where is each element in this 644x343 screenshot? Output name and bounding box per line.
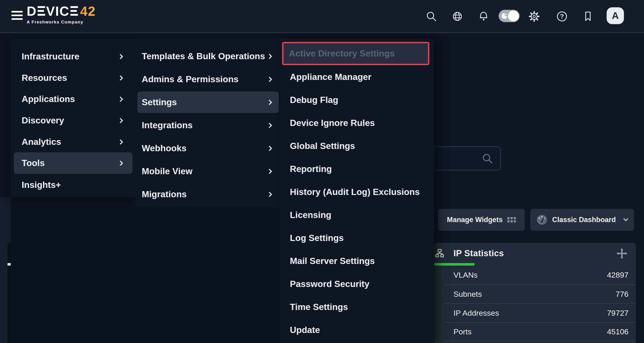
menu-item-active-directory-settings[interactable]: Active Directory Settings xyxy=(282,42,429,65)
table-row: VLANs 42897 xyxy=(444,266,636,285)
notifications-button[interactable] xyxy=(478,11,489,22)
menu-item-label: Global Settings xyxy=(290,141,355,151)
menu-item-label: Time Settings xyxy=(290,302,348,312)
widget-icon-strip xyxy=(434,243,444,343)
top-navigation-bar: D VIC 42 A Freshworks Company xyxy=(0,0,644,33)
menu-item-discovery[interactable]: Discovery xyxy=(11,110,136,131)
menu-item-label: Active Directory Settings xyxy=(289,48,395,58)
question-mark-icon: ? xyxy=(556,11,568,22)
menu-item-history-audit-log-exclusions[interactable]: History (Audit Log) Exclusions xyxy=(280,181,434,203)
menu-item-settings[interactable]: Settings xyxy=(138,91,279,113)
language-globe-button[interactable] xyxy=(452,11,463,22)
brand-tagline: A Freshworks Company xyxy=(27,19,96,24)
user-avatar[interactable]: A xyxy=(607,7,624,24)
menu-item-admins-permissions[interactable]: Admins & Permissions xyxy=(136,68,280,90)
brand-wordmark: D VIC 42 xyxy=(27,4,96,18)
manage-widgets-label: Manage Widgets xyxy=(447,216,502,224)
menu-item-reporting[interactable]: Reporting xyxy=(280,158,434,180)
dashboard-selector-button[interactable]: Classic Dashboard xyxy=(530,209,634,231)
menu-item-label: Webhooks xyxy=(142,143,186,153)
row-value: 776 xyxy=(616,290,628,299)
menu-item-device-ignore-rules[interactable]: Device Ignore Rules xyxy=(280,112,434,134)
menu-item-mobile-view[interactable]: Mobile View xyxy=(136,161,280,182)
menu-item-label: Debug Flag xyxy=(290,95,338,105)
menu-item-label: Applications xyxy=(22,94,75,104)
sitemap-icon xyxy=(435,249,444,258)
menu-item-licensing[interactable]: Licensing xyxy=(280,204,434,226)
dashboard-selector-label: Classic Dashboard xyxy=(552,216,616,224)
menu-item-label: Infrastructure xyxy=(22,51,80,61)
dark-mode-toggle[interactable] xyxy=(498,10,520,22)
manage-widgets-button[interactable]: Manage Widgets xyxy=(438,209,525,231)
menu-item-label: Device Ignore Rules xyxy=(290,118,375,128)
menu-item-mail-server-settings[interactable]: Mail Server Settings xyxy=(280,250,434,272)
moon-icon xyxy=(500,12,508,20)
chevron-right-icon xyxy=(118,118,123,123)
menu-item-label: Update xyxy=(290,325,320,335)
menu-item-infrastructure[interactable]: Infrastructure xyxy=(11,46,136,67)
menu-item-appliance-manager[interactable]: Appliance Manager xyxy=(280,66,434,88)
menu-item-label: Integrations xyxy=(142,120,192,130)
menu-item-password-security[interactable]: Password Security xyxy=(280,273,434,295)
bookmarks-button[interactable] xyxy=(582,11,594,22)
search-icon xyxy=(426,11,437,22)
row-value: 42897 xyxy=(607,271,628,280)
menu-item-integrations[interactable]: Integrations xyxy=(136,115,280,136)
menu-item-label: Mobile View xyxy=(142,166,192,176)
hamburger-menu-icon[interactable] xyxy=(12,11,24,21)
table-row: Subnets 776 xyxy=(444,285,636,303)
chevron-right-icon xyxy=(266,169,272,174)
chevron-down-icon xyxy=(623,216,628,222)
menu-item-label: Settings xyxy=(142,97,177,107)
menu-level2-panel: Templates & Bulk Operations Admins & Per… xyxy=(136,39,280,207)
settings-gear-button[interactable] xyxy=(528,11,540,22)
chevron-right-icon xyxy=(266,76,272,82)
bell-icon xyxy=(478,11,489,22)
row-label: Subnets xyxy=(454,290,482,299)
menu-item-resources[interactable]: Resources xyxy=(11,67,136,89)
menu-item-insights-plus[interactable]: Insights+ xyxy=(11,174,136,196)
search-icon xyxy=(482,153,494,165)
menu-item-time-settings[interactable]: Time Settings xyxy=(280,296,434,318)
menu-item-analytics[interactable]: Analytics xyxy=(11,131,136,153)
menu-item-global-settings[interactable]: Global Settings xyxy=(280,135,434,157)
menu-item-label: Reporting xyxy=(290,164,332,174)
device42-logo[interactable]: D VIC 42 A Freshworks Company xyxy=(27,4,96,24)
menu-item-log-settings[interactable]: Log Settings xyxy=(280,227,434,249)
chevron-right-icon xyxy=(118,54,123,59)
table-row: Ports 45106 xyxy=(444,322,636,341)
chevron-right-icon xyxy=(266,99,272,105)
chevron-right-icon xyxy=(266,53,272,59)
help-button[interactable]: ? xyxy=(556,11,568,22)
svg-text:?: ? xyxy=(560,13,564,20)
move-widget-icon[interactable] xyxy=(616,248,628,259)
menu-item-templates-bulk-operations[interactable]: Templates & Bulk Operations xyxy=(136,45,280,67)
menu-item-label: Resources xyxy=(22,73,67,83)
brand-number: 42 xyxy=(80,3,96,19)
menu-item-label: Analytics xyxy=(22,137,61,147)
stylized-e-glyph xyxy=(70,6,78,16)
globe-icon xyxy=(452,11,463,22)
device42-app: Manage Widgets Classic Dashboard xyxy=(0,0,644,343)
row-value: 79727 xyxy=(607,309,628,318)
chevron-right-icon xyxy=(118,75,123,81)
menu-item-tools[interactable]: Tools xyxy=(14,152,132,174)
menu-item-label: Mail Server Settings xyxy=(290,256,375,266)
menu-item-debug-flag[interactable]: Debug Flag xyxy=(280,89,434,111)
global-search-button[interactable] xyxy=(426,11,437,22)
toggle-knob xyxy=(508,10,519,21)
chevron-right-icon xyxy=(266,146,272,151)
menu-item-webhooks[interactable]: Webhooks xyxy=(136,138,280,159)
menu-item-label: Migrations xyxy=(142,189,187,199)
menu-level1-panel: Infrastructure Resources Applications Di… xyxy=(11,39,136,197)
menu-item-update[interactable]: Update xyxy=(280,319,434,341)
chevron-right-icon xyxy=(266,122,272,128)
menu-level3-panel: Active Directory Settings Appliance Mana… xyxy=(280,39,434,343)
menu-item-applications[interactable]: Applications xyxy=(11,88,136,110)
chevron-right-icon xyxy=(118,139,123,145)
menu-item-label: Appliance Manager xyxy=(290,72,372,82)
menu-item-migrations[interactable]: Migrations xyxy=(136,184,280,205)
menu-item-label: Admins & Permissions xyxy=(142,74,238,84)
table-row: IP Addresses 79727 xyxy=(444,303,636,322)
chevron-right-icon xyxy=(118,160,123,166)
